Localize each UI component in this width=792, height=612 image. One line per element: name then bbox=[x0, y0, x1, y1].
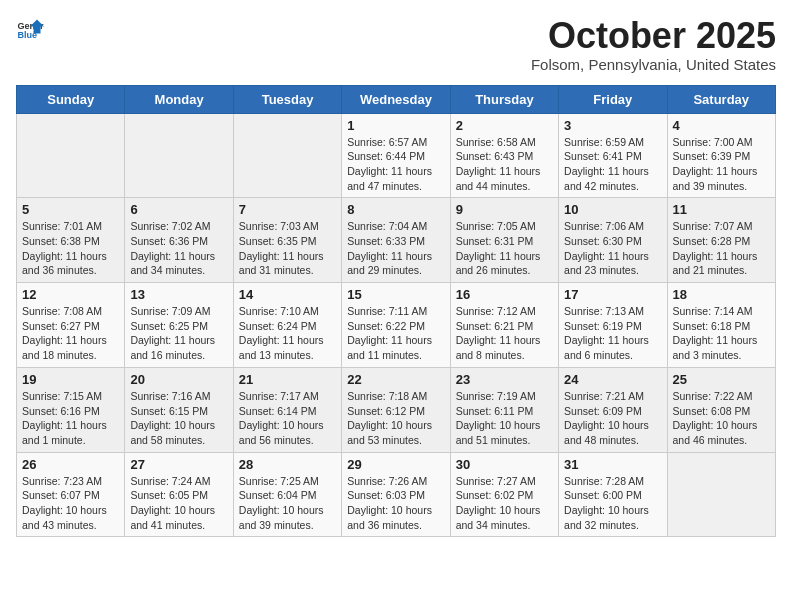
day-info-line: Sunset: 6:04 PM bbox=[239, 488, 336, 503]
calendar-day-cell: 11Sunrise: 7:07 AMSunset: 6:28 PMDayligh… bbox=[667, 198, 775, 283]
day-number: 17 bbox=[564, 287, 661, 302]
day-info-line: Daylight: 10 hours and 48 minutes. bbox=[564, 418, 661, 447]
day-info-line: Daylight: 10 hours and 32 minutes. bbox=[564, 503, 661, 532]
day-info-line: Sunrise: 7:02 AM bbox=[130, 219, 227, 234]
calendar-day-cell: 4Sunrise: 7:00 AMSunset: 6:39 PMDaylight… bbox=[667, 113, 775, 198]
calendar-day-cell: 27Sunrise: 7:24 AMSunset: 6:05 PMDayligh… bbox=[125, 452, 233, 537]
day-info-line: Sunrise: 7:01 AM bbox=[22, 219, 119, 234]
page-header: General Blue October 2025 Folsom, Pennsy… bbox=[16, 16, 776, 73]
day-info-line: Sunset: 6:27 PM bbox=[22, 319, 119, 334]
day-of-week-header: Friday bbox=[559, 85, 667, 113]
location: Folsom, Pennsylvania, United States bbox=[531, 56, 776, 73]
day-number: 25 bbox=[673, 372, 770, 387]
calendar-day-cell: 17Sunrise: 7:13 AMSunset: 6:19 PMDayligh… bbox=[559, 283, 667, 368]
calendar-day-cell: 20Sunrise: 7:16 AMSunset: 6:15 PMDayligh… bbox=[125, 367, 233, 452]
day-number: 1 bbox=[347, 118, 444, 133]
day-info-line: Sunset: 6:35 PM bbox=[239, 234, 336, 249]
day-of-week-header: Tuesday bbox=[233, 85, 341, 113]
day-info-line: Sunset: 6:12 PM bbox=[347, 404, 444, 419]
day-number: 10 bbox=[564, 202, 661, 217]
day-info-line: Sunrise: 7:24 AM bbox=[130, 474, 227, 489]
day-info-line: Sunset: 6:07 PM bbox=[22, 488, 119, 503]
day-info-line: Sunrise: 7:21 AM bbox=[564, 389, 661, 404]
day-info-line: Sunset: 6:31 PM bbox=[456, 234, 553, 249]
day-info-line: Sunset: 6:16 PM bbox=[22, 404, 119, 419]
calendar-day-cell: 24Sunrise: 7:21 AMSunset: 6:09 PMDayligh… bbox=[559, 367, 667, 452]
calendar-day-cell bbox=[667, 452, 775, 537]
day-info-line: Sunset: 6:36 PM bbox=[130, 234, 227, 249]
day-number: 30 bbox=[456, 457, 553, 472]
month-title: October 2025 bbox=[531, 16, 776, 56]
day-info-line: Sunset: 6:30 PM bbox=[564, 234, 661, 249]
day-info-line: Daylight: 11 hours and 21 minutes. bbox=[673, 249, 770, 278]
day-number: 13 bbox=[130, 287, 227, 302]
day-of-week-header: Monday bbox=[125, 85, 233, 113]
day-info-line: Sunrise: 7:27 AM bbox=[456, 474, 553, 489]
day-info-line: Daylight: 11 hours and 39 minutes. bbox=[673, 164, 770, 193]
calendar-day-cell: 30Sunrise: 7:27 AMSunset: 6:02 PMDayligh… bbox=[450, 452, 558, 537]
day-info-line: Daylight: 10 hours and 39 minutes. bbox=[239, 503, 336, 532]
day-info-line: Daylight: 11 hours and 11 minutes. bbox=[347, 333, 444, 362]
calendar-day-cell: 15Sunrise: 7:11 AMSunset: 6:22 PMDayligh… bbox=[342, 283, 450, 368]
day-number: 16 bbox=[456, 287, 553, 302]
calendar-day-cell: 28Sunrise: 7:25 AMSunset: 6:04 PMDayligh… bbox=[233, 452, 341, 537]
day-info-line: Sunset: 6:21 PM bbox=[456, 319, 553, 334]
day-info-line: Sunset: 6:33 PM bbox=[347, 234, 444, 249]
day-info-line: Sunrise: 7:15 AM bbox=[22, 389, 119, 404]
day-info-line: Sunrise: 7:11 AM bbox=[347, 304, 444, 319]
day-info-line: Daylight: 11 hours and 23 minutes. bbox=[564, 249, 661, 278]
day-of-week-header: Sunday bbox=[17, 85, 125, 113]
calendar-day-cell: 2Sunrise: 6:58 AMSunset: 6:43 PMDaylight… bbox=[450, 113, 558, 198]
day-number: 23 bbox=[456, 372, 553, 387]
day-info-line: Sunset: 6:08 PM bbox=[673, 404, 770, 419]
day-info-line: Sunset: 6:14 PM bbox=[239, 404, 336, 419]
day-info-line: Sunrise: 7:17 AM bbox=[239, 389, 336, 404]
calendar-day-cell: 23Sunrise: 7:19 AMSunset: 6:11 PMDayligh… bbox=[450, 367, 558, 452]
day-info-line: Daylight: 11 hours and 36 minutes. bbox=[22, 249, 119, 278]
day-number: 14 bbox=[239, 287, 336, 302]
day-info-line: Daylight: 11 hours and 18 minutes. bbox=[22, 333, 119, 362]
day-number: 5 bbox=[22, 202, 119, 217]
day-info-line: Daylight: 11 hours and 31 minutes. bbox=[239, 249, 336, 278]
title-block: October 2025 Folsom, Pennsylvania, Unite… bbox=[531, 16, 776, 73]
day-info-line: Sunrise: 7:25 AM bbox=[239, 474, 336, 489]
day-info-line: Sunset: 6:43 PM bbox=[456, 149, 553, 164]
day-info-line: Sunset: 6:38 PM bbox=[22, 234, 119, 249]
day-info-line: Sunrise: 7:26 AM bbox=[347, 474, 444, 489]
day-number: 9 bbox=[456, 202, 553, 217]
day-number: 29 bbox=[347, 457, 444, 472]
calendar-week-row: 26Sunrise: 7:23 AMSunset: 6:07 PMDayligh… bbox=[17, 452, 776, 537]
calendar-header-row: SundayMondayTuesdayWednesdayThursdayFrid… bbox=[17, 85, 776, 113]
day-info-line: Sunrise: 7:05 AM bbox=[456, 219, 553, 234]
day-info-line: Sunset: 6:24 PM bbox=[239, 319, 336, 334]
day-info-line: Daylight: 11 hours and 47 minutes. bbox=[347, 164, 444, 193]
day-info-line: Sunrise: 7:08 AM bbox=[22, 304, 119, 319]
logo-icon: General Blue bbox=[16, 16, 44, 44]
day-info-line: Daylight: 11 hours and 44 minutes. bbox=[456, 164, 553, 193]
calendar-day-cell: 13Sunrise: 7:09 AMSunset: 6:25 PMDayligh… bbox=[125, 283, 233, 368]
day-number: 11 bbox=[673, 202, 770, 217]
day-info-line: Sunset: 6:41 PM bbox=[564, 149, 661, 164]
calendar-week-row: 1Sunrise: 6:57 AMSunset: 6:44 PMDaylight… bbox=[17, 113, 776, 198]
day-info-line: Daylight: 10 hours and 58 minutes. bbox=[130, 418, 227, 447]
day-number: 6 bbox=[130, 202, 227, 217]
day-number: 21 bbox=[239, 372, 336, 387]
day-info-line: Sunset: 6:39 PM bbox=[673, 149, 770, 164]
calendar-table: SundayMondayTuesdayWednesdayThursdayFrid… bbox=[16, 85, 776, 538]
day-info-line: Sunrise: 7:19 AM bbox=[456, 389, 553, 404]
day-info-line: Sunset: 6:19 PM bbox=[564, 319, 661, 334]
day-info-line: Sunset: 6:18 PM bbox=[673, 319, 770, 334]
day-info-line: Daylight: 10 hours and 41 minutes. bbox=[130, 503, 227, 532]
calendar-day-cell: 25Sunrise: 7:22 AMSunset: 6:08 PMDayligh… bbox=[667, 367, 775, 452]
day-number: 24 bbox=[564, 372, 661, 387]
day-info-line: Sunrise: 7:09 AM bbox=[130, 304, 227, 319]
day-info-line: Daylight: 11 hours and 13 minutes. bbox=[239, 333, 336, 362]
day-info-line: Daylight: 10 hours and 51 minutes. bbox=[456, 418, 553, 447]
day-info-line: Sunrise: 7:23 AM bbox=[22, 474, 119, 489]
day-info-line: Daylight: 11 hours and 8 minutes. bbox=[456, 333, 553, 362]
day-info-line: Sunset: 6:09 PM bbox=[564, 404, 661, 419]
day-info-line: Sunrise: 7:04 AM bbox=[347, 219, 444, 234]
day-info-line: Sunrise: 7:03 AM bbox=[239, 219, 336, 234]
day-info-line: Sunrise: 7:28 AM bbox=[564, 474, 661, 489]
day-number: 8 bbox=[347, 202, 444, 217]
